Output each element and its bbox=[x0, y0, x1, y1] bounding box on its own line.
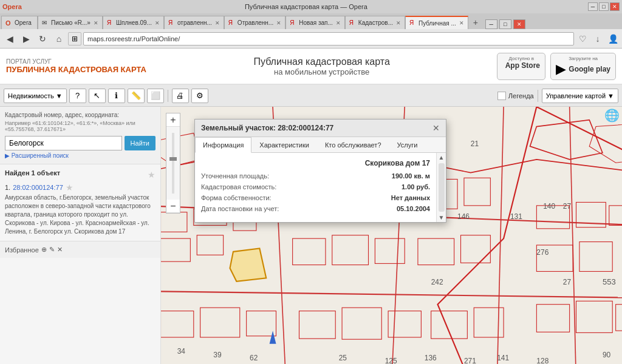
portal-label: ПОРТАЛ УСЛУГ bbox=[6, 58, 146, 65]
map-area[interactable]: 9 553 21 32 111 25 125 136 271 141 128 3… bbox=[161, 107, 622, 364]
maximize-btn2[interactable]: □ bbox=[499, 19, 511, 29]
favorites-label: Избранное bbox=[5, 246, 39, 254]
address-bar[interactable] bbox=[83, 32, 574, 46]
tab-3[interactable]: Я Шплнев.09... ✕ bbox=[103, 16, 164, 29]
tab-close-8[interactable]: ✕ bbox=[459, 20, 464, 26]
zoom-in-button[interactable]: + bbox=[166, 113, 180, 127]
back-button[interactable]: ◀ bbox=[2, 32, 17, 46]
tab-close-5[interactable]: ✕ bbox=[276, 20, 281, 26]
popup-value-ownership: Нет данных bbox=[391, 194, 430, 201]
svg-text:27: 27 bbox=[563, 202, 572, 211]
globe-icon[interactable]: 🌐 bbox=[604, 108, 620, 123]
tab-opera[interactable]: O Opera bbox=[1, 16, 38, 29]
results-area: Найден 1 объект ★ 1. 28:02:000124:77 ★ А… bbox=[0, 164, 160, 241]
zoom-out-button[interactable]: − bbox=[166, 200, 180, 213]
popup-tab-info[interactable]: Информация bbox=[195, 137, 251, 153]
minimize-button[interactable]: ─ bbox=[588, 2, 598, 11]
advanced-search-link[interactable]: ▶ Расширенный поиск bbox=[5, 152, 156, 159]
home-button[interactable]: ⌂ bbox=[52, 32, 66, 46]
main-content: Кадастровый номер, адрес, координата: На… bbox=[0, 107, 622, 364]
popup-label-date: Дата постановки на учет: bbox=[201, 205, 392, 212]
svg-text:242: 242 bbox=[431, 278, 443, 286]
print-button[interactable]: 🖨 bbox=[172, 89, 189, 103]
legend-checkbox[interactable] bbox=[497, 92, 506, 100]
cursor-tool-button[interactable]: ↖ bbox=[89, 89, 106, 103]
scroll-down-icon[interactable]: ▼ bbox=[439, 214, 445, 221]
tab-mail[interactable]: ✉ Письмо «R...» ✕ bbox=[38, 16, 103, 29]
tab-6[interactable]: Я Новая зап... ✕ bbox=[285, 16, 345, 29]
settings-button[interactable]: ⚙ bbox=[191, 89, 208, 103]
popup-scrollbar[interactable]: ▲ ▼ bbox=[436, 153, 446, 222]
tab-favicon-mail: ✉ bbox=[42, 19, 49, 27]
forward-button[interactable]: ▶ bbox=[19, 32, 33, 46]
tab-label-8: Публичная ... bbox=[419, 20, 456, 27]
tabs-bar: O Opera ✉ Письмо «R...» ✕ Я Шплнев.09...… bbox=[0, 13, 622, 29]
favorites-bar: Избранное ⊕ ✎ ✕ bbox=[0, 241, 160, 258]
search-hint: Кадастровый номер, адрес, координата: bbox=[5, 112, 156, 118]
new-tab-button[interactable]: + bbox=[468, 16, 483, 29]
header-title-main: Публичная кадастровая карта bbox=[253, 56, 389, 67]
close-button[interactable]: ✕ bbox=[610, 2, 620, 11]
scroll-thumb[interactable] bbox=[439, 163, 445, 212]
download-icon[interactable]: ↓ bbox=[591, 32, 604, 46]
manage-map-button[interactable]: Управление картой ▼ bbox=[542, 89, 618, 103]
tab-close-7[interactable]: ✕ bbox=[396, 20, 401, 26]
apps-button[interactable]: ⊞ bbox=[68, 32, 81, 46]
title-bar: Opera Публичная кадастровая карта — Oper… bbox=[0, 0, 622, 13]
app-name: ПУБЛИЧНАЯ КАДАСТРОВАЯ КАРТА bbox=[6, 65, 146, 74]
tab-favicon-4: Я bbox=[168, 19, 176, 27]
svg-marker-72 bbox=[230, 248, 267, 281]
result-item-star[interactable]: ★ bbox=[66, 183, 73, 192]
favorites-delete-icon[interactable]: ✕ bbox=[57, 246, 63, 254]
tab-close-6[interactable]: ✕ bbox=[336, 20, 341, 26]
scroll-up-icon[interactable]: ▲ bbox=[439, 154, 445, 161]
tab-close-mail[interactable]: ✕ bbox=[94, 20, 98, 26]
ruler-tool-button[interactable]: 📏 bbox=[128, 89, 145, 103]
app-store-button[interactable]: Доступно в App Store bbox=[497, 53, 545, 80]
popup-tab-services2[interactable]: Услуги bbox=[389, 137, 426, 152]
result-item: 1. 28:02:000124:77 ★ Амурская область, г… bbox=[5, 183, 156, 236]
popup-tab-services[interactable]: Кто обслуживает? bbox=[317, 137, 389, 152]
popup-tab-characteristics[interactable]: Характеристики bbox=[251, 137, 317, 152]
google-play-button[interactable]: Загрузите на ▶ Google play bbox=[550, 53, 616, 80]
svg-text:131: 131 bbox=[510, 212, 522, 221]
property-type-dropdown[interactable]: Недвижимость ▼ bbox=[4, 89, 67, 103]
result-id-link[interactable]: 28:02:000124:77 bbox=[13, 184, 63, 191]
close-btn2[interactable]: ✕ bbox=[513, 19, 525, 29]
tab-5[interactable]: Я Отравленн... ✕ bbox=[224, 16, 285, 29]
svg-text:553: 553 bbox=[603, 277, 616, 286]
profile-icon[interactable]: 👤 bbox=[606, 32, 620, 46]
svg-text:90: 90 bbox=[603, 351, 611, 359]
bookmark-icon[interactable]: ♡ bbox=[576, 32, 589, 46]
popup-field-area: Уточненная площадь: 190.00 кв. м bbox=[201, 172, 430, 180]
app-logo: ПОРТАЛ УСЛУГ ПУБЛИЧНАЯ КАДАСТРОВАЯ КАРТА bbox=[6, 58, 146, 74]
tab-8[interactable]: Я Публичная ... ✕ bbox=[405, 16, 468, 29]
search-area: Кадастровый номер, адрес, координата: На… bbox=[0, 107, 160, 164]
favorites-add-icon[interactable]: ⊕ bbox=[41, 246, 47, 254]
tab-close-4[interactable]: ✕ bbox=[215, 20, 220, 26]
reload-button[interactable]: ↻ bbox=[35, 32, 50, 46]
svg-text:34: 34 bbox=[177, 347, 186, 356]
property-type-label: Недвижимость bbox=[8, 92, 54, 99]
info-tool-button[interactable]: ℹ bbox=[108, 89, 125, 103]
tab-7[interactable]: Я Кадастров... ✕ bbox=[345, 16, 405, 29]
tab-close-3[interactable]: ✕ bbox=[155, 20, 160, 26]
search-input[interactable] bbox=[5, 136, 122, 150]
svg-text:136: 136 bbox=[425, 354, 437, 362]
maximize-button[interactable]: □ bbox=[599, 2, 609, 11]
tab-4[interactable]: Я отравленн... ✕ bbox=[164, 16, 224, 29]
minimize-btn2[interactable]: ─ bbox=[485, 19, 497, 29]
svg-text:141: 141 bbox=[497, 354, 509, 362]
favorites-edit-icon[interactable]: ✎ bbox=[49, 246, 55, 254]
search-tool-button[interactable]: ? bbox=[69, 89, 86, 103]
zoom-slider[interactable] bbox=[166, 127, 180, 200]
search-button[interactable]: Найти bbox=[125, 136, 156, 150]
dropdown-arrow-icon: ▼ bbox=[56, 92, 63, 99]
area-tool-button[interactable]: ⬜ bbox=[147, 89, 164, 103]
header-mobile-stores: Доступно в App Store Загрузите на ▶ Goog… bbox=[497, 53, 616, 80]
svg-text:128: 128 bbox=[536, 357, 549, 364]
zoom-thumb[interactable] bbox=[169, 157, 177, 161]
popup-close-button[interactable]: ✕ bbox=[432, 123, 440, 133]
results-star-icon[interactable]: ★ bbox=[148, 170, 156, 180]
property-popup: Земельный участок: 28:02:000124:77 ✕ Инф… bbox=[194, 119, 446, 223]
